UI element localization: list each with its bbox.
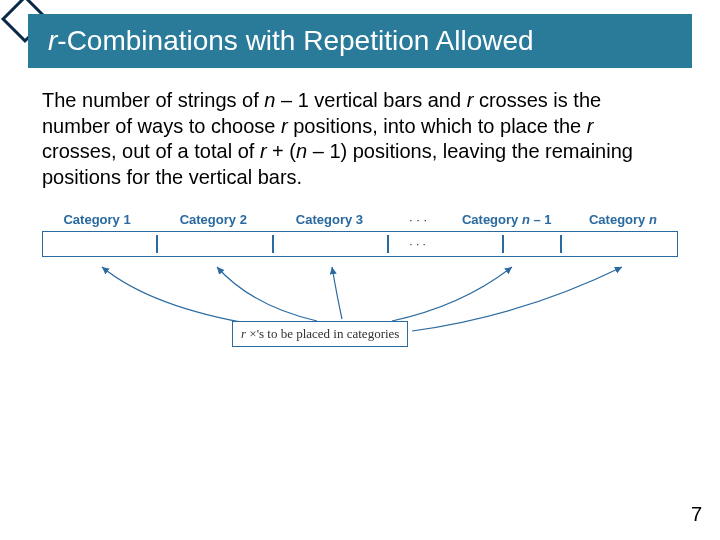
bar-cell-4: [446, 232, 561, 256]
arrows-layer: r ×'s to be placed in categories: [42, 261, 678, 351]
vertical-bar-icon: [502, 235, 504, 253]
bar-cell-2: [158, 232, 273, 256]
category-n-minus-1: Category n – 1: [452, 212, 562, 227]
arrow-svg: [42, 261, 678, 371]
category-ellipsis: · · ·: [391, 212, 446, 227]
slide-title: r-Combinations with Repetition Allowed: [48, 25, 534, 57]
p-n1: n: [264, 89, 275, 111]
caption-box: r ×'s to be placed in categories: [232, 321, 408, 347]
p-n2: n: [296, 140, 307, 162]
category-2: Category 2: [158, 212, 268, 227]
p-r3: r: [587, 115, 594, 137]
p-r2: r: [281, 115, 288, 137]
title-italic-r: r: [48, 25, 57, 56]
bar-cell-dots: · · ·: [389, 232, 447, 256]
cn1-a: Category: [462, 212, 522, 227]
body-paragraph: The number of strings of n – 1 vertical …: [42, 88, 658, 190]
title-rest: -Combinations with Repetition Allowed: [57, 25, 533, 56]
title-bar: r-Combinations with Repetition Allowed: [28, 14, 692, 68]
caption-rest: ×'s to be placed in categories: [246, 326, 399, 341]
bar-cell-1: [43, 232, 158, 256]
p-t4: positions, into which to place the: [288, 115, 587, 137]
bar-box: · · ·: [42, 231, 678, 257]
p-t1: The number of strings of: [42, 89, 264, 111]
categories-diagram: Category 1 Category 2 Category 3 · · · C…: [42, 212, 678, 351]
bar-cell-5: [562, 232, 677, 256]
cn1-b: n: [522, 212, 530, 227]
category-header-row: Category 1 Category 2 Category 3 · · · C…: [42, 212, 678, 227]
cn-a: Category: [589, 212, 649, 227]
category-1: Category 1: [42, 212, 152, 227]
bar-cell-3: [274, 232, 389, 256]
category-n: Category n: [568, 212, 678, 227]
p-r4: r: [260, 140, 267, 162]
p-t5: crosses, out of a total of: [42, 140, 260, 162]
p-t6: + (: [267, 140, 296, 162]
p-t2: – 1 vertical bars and: [275, 89, 466, 111]
category-3: Category 3: [274, 212, 384, 227]
cn1-c: – 1: [530, 212, 552, 227]
cn-b: n: [649, 212, 657, 227]
page-number: 7: [691, 503, 702, 526]
